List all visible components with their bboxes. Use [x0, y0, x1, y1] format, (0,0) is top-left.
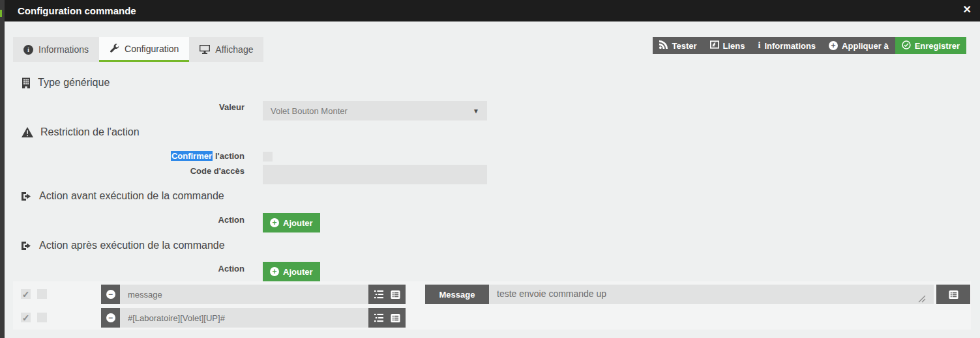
section-title: Restriction de l'action: [40, 126, 140, 138]
row-option-checkbox[interactable]: [37, 313, 47, 322]
button-label: Informations: [764, 41, 816, 51]
rss-icon: [659, 40, 668, 51]
tab-label: Informations: [38, 44, 89, 55]
left-edge-strip: [0, 0, 5, 338]
generic-type-select[interactable]: Volet Bouton Monter ▼: [263, 101, 487, 120]
command-toolbar: Tester Liens i Informations + Appliquer …: [653, 37, 966, 54]
section-action-apres: Action après exécution de la commande: [22, 240, 225, 251]
row-enabled-checkbox[interactable]: ✓: [21, 313, 31, 322]
row-tools: [368, 308, 406, 328]
tab-label: Affichage: [215, 44, 253, 55]
tab-affichage[interactable]: Affichage: [189, 37, 263, 62]
list-alt-icon[interactable]: [391, 290, 400, 300]
check-circle-icon: [902, 40, 911, 51]
label-text: l'action: [215, 151, 245, 161]
tab-bar: i Informations Configuration Affichage: [13, 37, 263, 62]
remove-action-button[interactable]: −: [101, 308, 120, 328]
list-alt-icon[interactable]: [391, 313, 400, 323]
section-action-avant: Action avant exécution de la commande: [22, 190, 224, 202]
minus-circle-icon: −: [106, 313, 115, 322]
valeur-label: Valeur: [95, 102, 245, 113]
monitor-icon: [200, 45, 210, 54]
access-code-input[interactable]: [263, 165, 487, 184]
button-label: Tester: [672, 41, 696, 51]
section-title: Action avant exécution de la commande: [39, 190, 224, 202]
section-type-generique: Type générique: [22, 77, 110, 89]
action-command-input[interactable]: [120, 308, 368, 328]
button-label: Ajouter: [283, 267, 313, 277]
plus-circle-icon: +: [270, 218, 279, 227]
message-value-textarea[interactable]: teste envoie commande up: [489, 285, 934, 304]
row-enabled-checkbox[interactable]: ✓: [21, 289, 31, 299]
tab-informations[interactable]: i Informations: [13, 37, 99, 62]
check-icon: ✓: [22, 290, 30, 299]
tab-configuration[interactable]: Configuration: [99, 37, 189, 62]
confirm-action-label: Confirmerl'action: [95, 151, 245, 162]
row-option-checkbox[interactable]: [37, 289, 47, 299]
action-avant-label: Action: [95, 215, 245, 225]
list-alt-icon: [949, 290, 958, 300]
section-restriction: Restriction de l'action: [22, 126, 140, 138]
wrench-icon: [110, 44, 119, 53]
sign-out-icon: [22, 241, 32, 251]
remove-action-button[interactable]: −: [101, 285, 120, 304]
chevron-down-icon: ▼: [473, 107, 479, 115]
building-icon: [22, 77, 31, 89]
selected-text: Confirmer: [171, 151, 213, 161]
button-label: Enregistrer: [915, 41, 960, 51]
check-icon: ✓: [22, 313, 30, 322]
section-title: Action après exécution de la commande: [39, 240, 225, 251]
appliquer-a-button[interactable]: + Appliquer à: [822, 37, 895, 54]
add-action-after-button[interactable]: + Ajouter: [263, 262, 320, 281]
tester-button[interactable]: Tester: [653, 37, 703, 54]
tab-label: Configuration: [125, 44, 179, 54]
informations-button[interactable]: i Informations: [751, 37, 822, 54]
sign-out-icon: [22, 191, 32, 201]
info-circle-icon: i: [23, 45, 33, 55]
row-tools: [368, 285, 406, 304]
tasks-list-icon[interactable]: [374, 290, 383, 299]
action-command-input[interactable]: [120, 285, 368, 304]
enregistrer-button[interactable]: Enregistrer: [895, 37, 966, 54]
add-action-before-button[interactable]: + Ajouter: [263, 213, 320, 232]
message-type-button[interactable]: Message: [425, 285, 489, 304]
select-value: Volet Bouton Monter: [271, 106, 348, 116]
section-title: Type générique: [38, 77, 110, 89]
plus-circle-icon: +: [270, 267, 279, 276]
button-label: Liens: [723, 41, 745, 51]
frame-link-icon: [710, 40, 719, 51]
button-label: Appliquer à: [842, 41, 889, 51]
info-icon: i: [758, 40, 760, 51]
dialog-titlebar: Configuration commande ✕: [0, 0, 980, 21]
dialog-title: Configuration commande: [18, 5, 136, 16]
message-list-button[interactable]: [936, 285, 970, 304]
button-label: Ajouter: [283, 218, 313, 228]
minus-circle-icon: −: [106, 290, 115, 299]
liens-button[interactable]: Liens: [704, 37, 752, 54]
tasks-list-icon[interactable]: [374, 313, 383, 322]
confirm-action-checkbox[interactable]: [263, 152, 273, 162]
action-apres-label: Action: [95, 264, 245, 274]
access-code-label: Code d'accès: [95, 166, 245, 176]
warning-icon: [22, 127, 33, 137]
plus-circle-icon: +: [829, 41, 838, 50]
left-edge-accent: [0, 10, 2, 17]
close-icon[interactable]: ✕: [963, 3, 972, 16]
